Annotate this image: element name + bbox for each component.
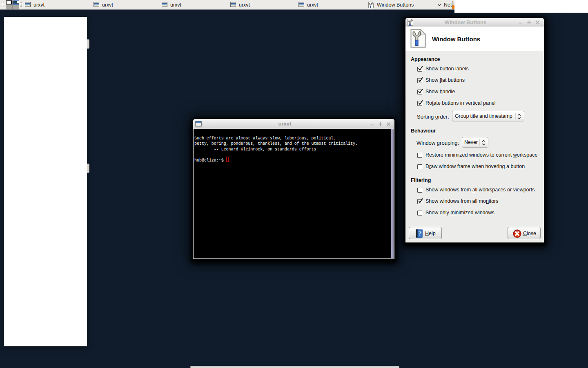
svg-text:?: ? [419, 230, 422, 237]
